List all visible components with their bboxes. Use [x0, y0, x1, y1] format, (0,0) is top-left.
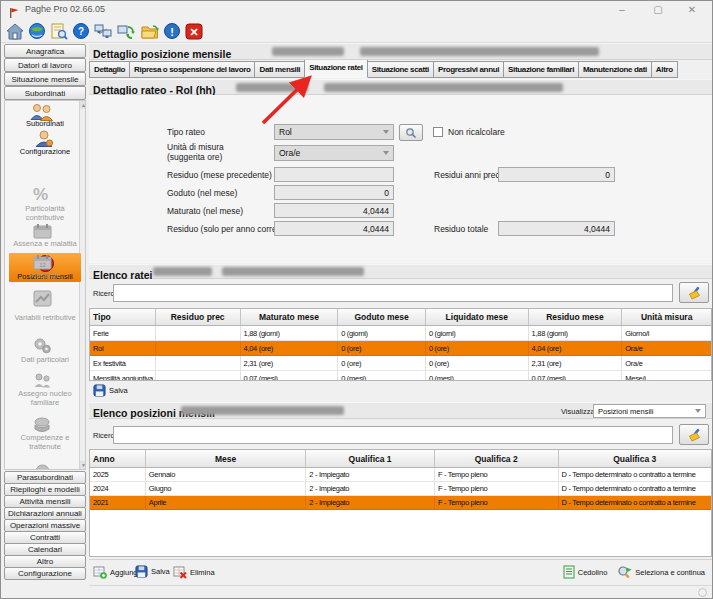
maximize-button[interactable]: ▢ — [649, 3, 667, 17]
unita-misura-value: Ora/e — [279, 148, 300, 158]
residuo-prec-label: Residuo (mese precedente) — [167, 170, 272, 180]
sidebar-item-variabili-retributive[interactable]: Variabili retributive — [6, 314, 84, 323]
ratei-table-header: Tipo Residuo prec Maturato mese Goduto m… — [90, 309, 711, 326]
lookup-button[interactable] — [399, 124, 423, 141]
network-icon[interactable] — [93, 22, 113, 41]
goduto-field[interactable]: 0 — [274, 185, 394, 200]
column-header[interactable]: Unità misura — [622, 309, 711, 325]
cell: 0 (ore) — [338, 341, 426, 355]
column-header[interactable]: Qualifica 3 — [559, 450, 712, 467]
sidebar-item-competenze-e-trattenute[interactable]: Competenze e trattenute — [6, 434, 84, 451]
column-header[interactable]: Tipo — [90, 309, 156, 325]
tab-ripresa-o-sospensione[interactable]: Ripresa o sospensione del lavoro — [129, 61, 255, 78]
sidebar-item-anagrafica[interactable]: Anagrafica — [4, 44, 86, 58]
residuo-anno-field[interactable]: 4,0444 — [274, 221, 394, 236]
sync-icon[interactable] — [116, 22, 136, 41]
cell — [156, 356, 241, 370]
sidebar-button-label: Altro — [37, 557, 53, 566]
visualizza-select[interactable]: Posizioni mensili — [593, 404, 706, 418]
cell: F - Tempo pieno — [435, 496, 559, 509]
world-icon[interactable] — [27, 22, 47, 41]
elimina-button[interactable]: Elimina — [173, 565, 215, 579]
sidebar-item-configurazione[interactable]: Configurazione — [6, 148, 84, 157]
table-row-2021-selected[interactable]: 2021 Aprile 2 - Impiegato F - Tempo pien… — [90, 496, 711, 510]
table-row-mensilita-aggiuntiva[interactable]: Mensilità aggiuntiva 0,07 (mesi) 0 (mesi… — [90, 371, 711, 381]
non-ricalcolare-checkbox[interactable] — [433, 127, 443, 137]
cell: 2025 — [90, 468, 146, 481]
elenco-ratei-title: Elenco ratei — [93, 269, 153, 281]
open-folder-icon[interactable] — [140, 22, 160, 41]
sidebar-item-particolarita-contributive[interactable]: Particolarità contributive — [6, 205, 84, 222]
seleziona-e-continua-button[interactable]: Seleziona e continua — [617, 565, 705, 579]
sidebar-button-label: Anagrafica — [26, 47, 64, 56]
table-row-ex-festivita[interactable]: Ex festività 2,31 (ore) 0 (ore) 0 (ore) … — [90, 356, 711, 371]
save-icon — [93, 384, 106, 397]
tab-progressivi-annui[interactable]: Progressivi annui — [433, 61, 504, 78]
scroll-up-icon[interactable]: ▲ — [80, 101, 86, 109]
ricerca-posizioni-input[interactable] — [113, 426, 673, 444]
tab-situazione-scatti[interactable]: Situazione scatti — [367, 61, 434, 78]
home-icon[interactable] — [5, 22, 25, 41]
save-ratei-button[interactable]: Salva — [93, 384, 128, 397]
column-header[interactable]: Qualifica 2 — [435, 450, 559, 467]
document-search-icon[interactable] — [49, 22, 69, 41]
payslip-icon — [563, 565, 575, 579]
clear-search-button[interactable] — [679, 282, 709, 303]
clear-search-button[interactable] — [679, 424, 709, 445]
sidebar-item-assenza-e-malattia[interactable]: Assenza e malattia — [6, 240, 84, 249]
column-header[interactable]: Maturato mese — [241, 309, 339, 325]
residuo-totale-field[interactable]: 4,0444 — [498, 221, 615, 236]
cedolino-button[interactable]: Cedolino — [563, 565, 608, 579]
column-header[interactable]: Residuo prec — [156, 309, 241, 325]
ricerca-ratei-input[interactable] — [113, 284, 673, 302]
sidebar-button-label: Contratti — [30, 533, 60, 542]
sidebar-item-datori-di-lavoro[interactable]: Datori di lavoro — [4, 58, 86, 72]
tab-altro[interactable]: Altro — [651, 61, 678, 78]
column-header[interactable]: Residuo mese — [529, 309, 623, 325]
column-header[interactable]: Qualifica 1 — [306, 450, 435, 467]
sidebar-item-situazione-mensile[interactable]: Situazione mensile — [4, 72, 86, 86]
salva-button[interactable]: Salva — [135, 565, 170, 578]
save-icon — [135, 565, 148, 578]
sidebar-item-subordinati-group[interactable]: Subordinati — [4, 86, 86, 100]
maturato-field[interactable]: 4,0444 — [274, 203, 394, 218]
column-header[interactable]: Liquidato mese — [426, 309, 529, 325]
residui-anni-prec-field[interactable]: 0 — [498, 167, 615, 182]
exit-icon[interactable]: ✕ — [184, 22, 204, 41]
column-header[interactable]: Anno — [90, 450, 146, 467]
sidebar-button-label: Dichiarazioni annuali — [8, 509, 82, 518]
sidebar-item-dati-particolari[interactable]: Dati particolari — [6, 356, 84, 365]
residuo-prec-field[interactable] — [274, 167, 394, 182]
cell: 2021 — [90, 496, 146, 509]
help-icon[interactable]: ? — [71, 22, 91, 41]
column-header[interactable]: Mese — [146, 450, 306, 467]
residuo-totale-label: Residuo totale — [434, 224, 488, 234]
salva-label: Salva — [151, 567, 170, 576]
unita-misura-select[interactable]: Ora/e — [274, 145, 394, 161]
table-row-2024[interactable]: 2024 Giugno 2 - Impiegato F - Tempo pien… — [90, 482, 711, 496]
tab-manutenzione-dati[interactable]: Manutenzione dati — [578, 61, 652, 78]
table-row-ferie[interactable]: Ferie 1,88 (giorni) 0 (giorni) 0 (giorni… — [90, 326, 711, 341]
ratei-table: Tipo Residuo prec Maturato mese Goduto m… — [89, 308, 712, 381]
table-row-rol-selected[interactable]: Rol 4,04 (ore) 0 (ore) 0 (ore) 4,04 (ore… — [90, 341, 711, 356]
visualizza-label: Visualizza — [561, 407, 595, 416]
select-continue-icon — [617, 565, 632, 579]
cell: 0 (mesi) — [426, 371, 529, 381]
tab-dettaglio[interactable]: Dettaglio — [89, 61, 130, 78]
sidebar-button-label: Datori di lavoro — [18, 61, 72, 70]
cell: 0 (mesi) — [338, 371, 426, 381]
sidebar-item-presenze[interactable]: Presenze — [6, 272, 84, 281]
svg-text:12: 12 — [39, 262, 46, 268]
aggiungi-button[interactable]: Aggiungi — [93, 565, 139, 579]
scroll-down-icon[interactable]: ▼ — [80, 461, 86, 469]
tab-situazione-familiari[interactable]: Situazione familiari — [503, 61, 579, 78]
close-button[interactable]: ✕ — [683, 3, 701, 17]
sidebar-item-configurazione-bottom[interactable]: Configurazione — [4, 567, 86, 580]
sidebar-item-assegno-nucleo-familiare[interactable]: Assegno nucleo familiare — [6, 390, 84, 407]
table-row-2025[interactable]: 2025 Gennaio 2 - Impiegato F - Tempo pie… — [90, 468, 711, 482]
sidebar-button-label: Operazioni massive — [10, 521, 80, 530]
minimize-button[interactable]: – — [613, 3, 631, 17]
column-header[interactable]: Goduto mese — [338, 309, 426, 325]
info-icon[interactable]: ! — [162, 22, 182, 41]
sidebar-item-subordinati[interactable]: Subordinati — [6, 120, 84, 129]
